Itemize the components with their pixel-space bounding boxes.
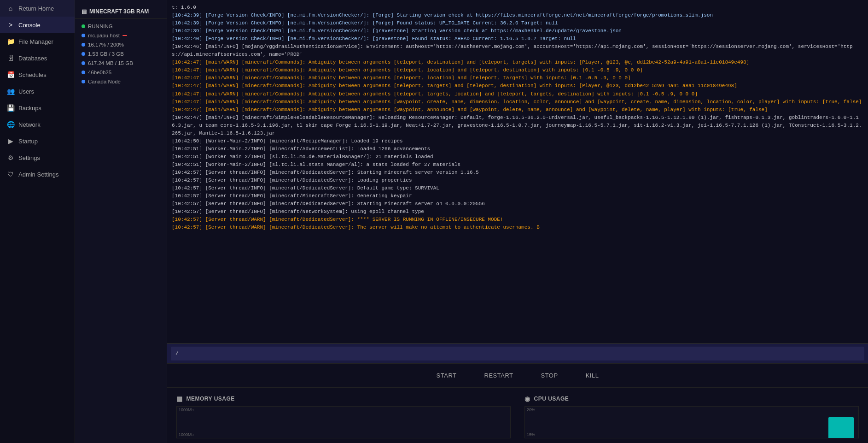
sidebar-icon-settings: ⚙ <box>6 154 15 161</box>
sidebar-icon-startup: ▶ <box>6 137 15 145</box>
sidebar-item-console[interactable]: > Console <box>0 17 75 33</box>
console-input[interactable] <box>171 347 864 360</box>
sidebar-icon-backups: 💾 <box>6 104 15 112</box>
memory-usage-block: ▦ MEMORY USAGE 1000Mb 1000Mb <box>176 395 511 438</box>
node-row: Canada Node <box>75 77 167 86</box>
memory-label-top: 1000Mb <box>179 408 194 412</box>
console-area: t: 1.6.0[10:42:39] [Forge Version Check/… <box>167 0 868 443</box>
console-line: [10:42:57] [Server thread/INFO] [minecra… <box>172 177 863 184</box>
disk-dot <box>82 61 85 65</box>
server-panel-icon: ▤ <box>82 8 87 15</box>
memory-percent-dot <box>82 43 85 47</box>
sidebar: ⌂ Return Home > Console 📁 File Manager 🗄… <box>0 0 75 443</box>
sidebar-item-network[interactable]: 🌐 Network <box>0 116 75 133</box>
sidebar-label-schedules: Schedules <box>18 71 47 78</box>
sidebar-item-return-home[interactable]: ⌂ Return Home <box>0 0 75 17</box>
console-line: [10:42:57] [Server thread/INFO] [minecra… <box>172 208 863 216</box>
sidebar-item-startup[interactable]: ▶ Startup <box>0 133 75 149</box>
console-line: [10:42:46] [main/INFO] [mojang/Yggdrasil… <box>172 43 863 59</box>
console-line: [10:42:47] [main/WARN] [minecraft/Comman… <box>172 66 863 74</box>
console-line: [10:42:47] [main/WARN] [minecraft/Comman… <box>172 90 863 98</box>
console-line: [10:42:50] [Worker-Main-2/INFO] [minecra… <box>172 137 863 145</box>
console-buttons: START RESTART STOP KILL <box>167 363 868 387</box>
disk-row: 617.24 MB / 15 GB <box>75 59 167 68</box>
console-line: [10:42:57] [Server thread/INFO] [minecra… <box>172 192 863 200</box>
console-line: [10:42:57] [Server thread/INFO] [minecra… <box>172 169 863 177</box>
hostname-text: mc.papu.host <box>88 33 120 38</box>
sidebar-icon-network: 🌐 <box>6 121 15 128</box>
hostname-row: mc.papu.host <box>75 31 167 40</box>
sidebar-icon-users: 👥 <box>6 88 15 95</box>
server-panel: ▤ MINECRAFT 3GB RAM RUNNING mc.papu.host… <box>75 0 167 443</box>
server-id-row: 46be0b25 <box>75 68 167 77</box>
sidebar-item-users[interactable]: 👥 Users <box>0 83 75 100</box>
sidebar-item-databases[interactable]: 🗄 Databases <box>0 50 75 66</box>
sidebar-icon-console: > <box>6 21 15 29</box>
sidebar-label-settings: Settings <box>18 154 40 161</box>
stop-button[interactable]: STOP <box>536 370 562 381</box>
cpu-label-mid: 15% <box>527 432 535 437</box>
sidebar-icon-file-manager: 📁 <box>6 38 15 45</box>
console-line: [10:42:47] [main/WARN] [minecraft/Comman… <box>172 106 863 114</box>
sidebar-label-backups: Backups <box>18 105 41 112</box>
console-line: [10:42:57] [Server thread/WARN] [minecra… <box>172 216 863 224</box>
cpu-usage-title: ◉ CPU USAGE <box>524 395 859 402</box>
cpu-chart: 20% 15% <box>524 406 859 438</box>
console-line: [10:42:39] [Forge Version Check/INFO] [n… <box>172 19 863 27</box>
kill-button[interactable]: KILL <box>581 370 604 381</box>
console-line: [10:42:39] [Forge Version Check/INFO] [n… <box>172 12 863 19</box>
restart-button[interactable]: RESTART <box>480 370 518 381</box>
main-area: ▤ MINECRAFT 3GB RAM RUNNING mc.papu.host… <box>75 0 868 443</box>
sidebar-label-console: Console <box>18 22 41 29</box>
sidebar-label-network: Network <box>18 121 41 128</box>
memory-chart-labels: 1000Mb 1000Mb <box>177 407 196 438</box>
memory-usage-title: ▦ MEMORY USAGE <box>176 395 511 402</box>
sidebar-icon-schedules: 📅 <box>6 71 15 78</box>
sidebar-label-databases: Databases <box>18 55 47 62</box>
console-line: [10:42:57] [Server thread/WARN] [minecra… <box>172 224 863 231</box>
memory-label-mid: 1000Mb <box>179 432 194 437</box>
sidebar-item-schedules[interactable]: 📅 Schedules <box>0 66 75 83</box>
memory-percent-row: 16.17% / 200% <box>75 40 167 49</box>
sidebar-label-startup: Startup <box>18 138 38 145</box>
sidebar-label-file-manager: File Manager <box>18 38 53 45</box>
console-line: [10:42:57] [Server thread/INFO] [minecra… <box>172 200 863 208</box>
node-dot <box>82 80 85 83</box>
memory-gb-dot <box>82 52 85 56</box>
cpu-usage-block: ◉ CPU USAGE 20% 15% <box>524 395 859 438</box>
sidebar-item-settings[interactable]: ⚙ Settings <box>0 149 75 166</box>
memory-gb-row: 1.53 GB / 3 GB <box>75 49 167 59</box>
sidebar-icon-return-home: ⌂ <box>6 5 15 12</box>
server-title-row: ▤ MINECRAFT 3GB RAM <box>75 5 167 19</box>
console-line: [10:42:51] [Worker-Main-2/INFO] [minecra… <box>172 145 863 153</box>
sidebar-item-admin-settings[interactable]: 🛡 Admin Settings <box>0 166 75 183</box>
memory-usage-label: MEMORY USAGE <box>186 396 235 402</box>
memory-icon: ▦ <box>176 395 183 402</box>
start-button[interactable]: START <box>432 370 461 381</box>
console-output[interactable]: t: 1.6.0[10:42:39] [Forge Version Check/… <box>167 0 868 343</box>
sidebar-item-backups[interactable]: 💾 Backups <box>0 100 75 116</box>
console-line: [10:42:47] [main/WARN] [minecraft/Comman… <box>172 74 863 82</box>
hostname-badge <box>122 35 127 36</box>
console-line: [10:42:47] [main/INFO] [minecraft/Simple… <box>172 114 863 137</box>
status-label: RUNNING <box>88 24 113 29</box>
cpu-usage-label: CPU USAGE <box>534 396 569 402</box>
sidebar-item-file-manager[interactable]: 📁 File Manager <box>0 33 75 50</box>
stats-area: ▦ MEMORY USAGE 1000Mb 1000Mb ◉ CPU USAGE <box>167 387 868 443</box>
sidebar-label-admin-settings: Admin Settings <box>18 171 58 178</box>
console-input-row <box>167 343 868 363</box>
node-label: Canada Node <box>88 79 121 84</box>
memory-percent-label: 16.17% / 200% <box>88 42 124 47</box>
memory-gb-label: 1.53 GB / 3 GB <box>88 51 124 57</box>
console-line: [10:42:47] [main/WARN] [minecraft/Comman… <box>172 98 863 106</box>
cpu-bar <box>828 417 854 438</box>
console-line: [10:42:51] [Worker-Main-2/INFO] [sl.tc.l… <box>172 161 863 169</box>
console-line: [10:42:39] [Forge Version Check/INFO] [n… <box>172 27 863 35</box>
sidebar-icon-databases: 🗄 <box>6 54 15 62</box>
console-line: [10:42:47] [main/WARN] [minecraft/Comman… <box>172 82 863 90</box>
cpu-chart-labels: 20% 15% <box>525 407 537 438</box>
server-id-dot <box>82 71 85 74</box>
console-line: [10:42:40] [Forge Version Check/INFO] [n… <box>172 35 863 43</box>
server-id-label: 46be0b25 <box>88 70 111 75</box>
memory-chart: 1000Mb 1000Mb <box>176 406 511 438</box>
